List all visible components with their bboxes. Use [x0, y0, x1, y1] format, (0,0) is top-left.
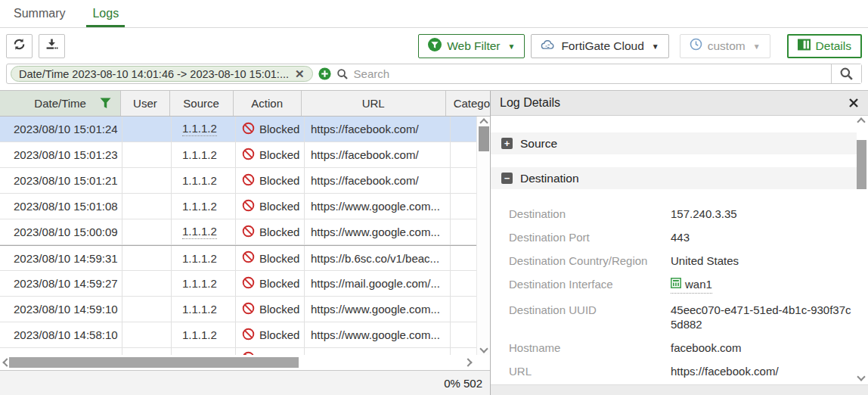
scroll-down-icon[interactable] [479, 344, 488, 353]
details-label: Details [816, 39, 851, 53]
cell-action: Blocked [236, 322, 305, 347]
field-label: Destination Port [509, 230, 671, 244]
add-filter-icon[interactable] [318, 67, 331, 80]
table-row[interactable]: 2023/08/10 15:01:08 1.1.1.2 Blocked http… [0, 194, 476, 219]
scroll-down-icon[interactable] [857, 372, 865, 381]
cell-action: Blocked [236, 297, 305, 322]
scroll-up-icon[interactable] [857, 117, 865, 126]
vertical-scrollbar-thumb[interactable] [479, 126, 489, 151]
cell-category [451, 297, 476, 322]
table-header-row: Date/Time User Source Action URL Catego [0, 91, 490, 117]
time-period-dropdown[interactable]: custom ▼ [680, 34, 770, 58]
table-row[interactable]: 2023/08/10 14:58:10 1.1.1.2 Blocked http… [0, 322, 476, 348]
filter-chip[interactable]: Date/Time 2023-08-10 14:01:46 -> 2023-08… [11, 66, 313, 82]
blocked-icon [242, 328, 255, 343]
cell-url: https://facebook.com/ [305, 117, 451, 142]
plus-square-icon[interactable]: + [501, 138, 513, 149]
field-label: Destination Country/Region [509, 253, 671, 268]
cell-datetime: 2023/08/10 14:58:10 [0, 322, 122, 347]
details-vertical-scrollbar[interactable] [856, 116, 867, 384]
section-label: Destination [520, 172, 579, 185]
cell-source: 1.1.1.2 [172, 194, 236, 219]
column-header-source[interactable]: Source [170, 91, 234, 116]
filter-funnel-icon[interactable] [100, 98, 111, 111]
table-row[interactable]: 2023/08/10 15:01:21 1.1.1.2 Blocked http… [0, 168, 476, 194]
table-row[interactable] [0, 348, 476, 355]
status-bar: 0% 502 [0, 370, 490, 395]
cloud-icon [541, 39, 556, 54]
cell-user [122, 194, 172, 219]
column-header-category[interactable]: Catego [446, 91, 490, 116]
next-section-strip [491, 384, 868, 395]
scroll-up-icon[interactable] [479, 118, 488, 126]
interface-link[interactable]: wan1 [671, 277, 712, 294]
tab-summary[interactable]: Summary [14, 0, 65, 27]
section-label: Source [520, 137, 557, 151]
search-submit-button[interactable] [831, 64, 861, 83]
web-filter-dropdown[interactable]: Web Filter ▼ [418, 34, 525, 58]
cell-user [122, 348, 172, 355]
close-icon[interactable] [848, 98, 859, 108]
fortigate-cloud-dropdown[interactable]: FortiGate Cloud ▼ [531, 34, 668, 58]
tab-bar: Summary Logs [0, 0, 868, 28]
log-table-pane: Date/Time User Source Action URL Catego … [0, 91, 490, 395]
details-toggle-button[interactable]: Details [787, 34, 862, 58]
table-row[interactable]: 2023/08/10 15:01:23 1.1.1.2 Blocked http… [0, 142, 476, 168]
cell-url: https://www.google.com... [305, 297, 451, 322]
cell-action: Blocked [236, 168, 305, 193]
table-vertical-scrollbar[interactable] [476, 117, 490, 355]
fortigate-cloud-label: FortiGate Cloud [561, 39, 643, 53]
minus-square-icon[interactable]: − [501, 173, 513, 184]
field-row: Hostname facebook.com [509, 341, 851, 355]
cell-source: 1.1.1.2 [172, 219, 236, 244]
cell-datetime: 2023/08/10 15:01:24 [0, 117, 122, 142]
columns-icon [798, 39, 811, 54]
download-icon [45, 38, 58, 54]
field-row: Destination Port 443 [509, 230, 851, 244]
load-progress-text: 0% 502 [444, 377, 482, 390]
download-button[interactable] [39, 34, 65, 58]
column-header-action[interactable]: Action [234, 91, 302, 116]
field-row: Destination 157.240.3.35 [509, 207, 851, 221]
field-value: wan1 [685, 277, 712, 291]
cell-action: Blocked [236, 117, 305, 142]
cell-url: https://b.6sc.co/v1/beac... [305, 246, 451, 270]
field-value: 45eec070-e471-51ed-4b1c-930f37c5d882 [671, 303, 851, 331]
table-row[interactable]: 2023/08/10 15:01:24 1.1.1.2 Blocked http… [0, 117, 476, 142]
horizontal-scrollbar-thumb[interactable] [9, 357, 299, 368]
chevron-down-icon: ▼ [652, 42, 659, 51]
field-row: URL https://facebook.com/ [509, 364, 851, 378]
table-row[interactable]: 2023/08/10 14:59:10 1.1.1.2 Blocked http… [0, 297, 476, 322]
log-details-header: Log Details [491, 91, 868, 116]
table-row[interactable]: 2023/08/10 14:59:27 1.1.1.2 Blocked http… [0, 271, 476, 297]
column-header-datetime[interactable]: Date/Time [0, 91, 121, 116]
time-period-label: custom [708, 39, 746, 53]
field-value: 157.240.3.35 [671, 207, 851, 221]
column-header-user[interactable]: User [121, 91, 169, 116]
cell-category [451, 168, 476, 193]
tab-logs[interactable]: Logs [92, 0, 119, 27]
scroll-right-icon[interactable] [463, 358, 472, 366]
blocked-icon [242, 122, 255, 137]
table-row[interactable]: 2023/08/10 14:59:31 1.1.1.2 Blocked http… [0, 245, 476, 271]
cell-source: 1.1.1.2 [172, 297, 236, 322]
refresh-button[interactable] [6, 34, 33, 58]
cell-url [305, 348, 451, 355]
cell-category [451, 246, 476, 270]
section-source[interactable]: + Source [491, 132, 857, 154]
column-header-url[interactable]: URL [302, 91, 446, 116]
field-row: Destination Country/Region United States [509, 253, 851, 268]
cell-user [122, 219, 172, 244]
section-destination[interactable]: − Destination [491, 167, 857, 189]
field-label: Hostname [509, 341, 671, 355]
search-input[interactable]: Date/Time 2023-08-10 14:01:46 -> 2023-08… [7, 64, 831, 83]
toolbar-right-group: Web Filter ▼ FortiGate Cloud ▼ custom ▼ [418, 34, 862, 58]
table-horizontal-scrollbar[interactable] [0, 355, 490, 370]
cell-user [122, 142, 172, 167]
cell-user [122, 271, 172, 296]
vertical-scrollbar-thumb[interactable] [857, 140, 866, 189]
chip-close-icon[interactable]: ✕ [295, 68, 305, 79]
cell-user [122, 168, 172, 193]
cell-datetime: 2023/08/10 14:59:10 [0, 297, 122, 322]
table-row[interactable]: 2023/08/10 15:00:09 1.1.1.2 Blocked http… [0, 219, 476, 245]
